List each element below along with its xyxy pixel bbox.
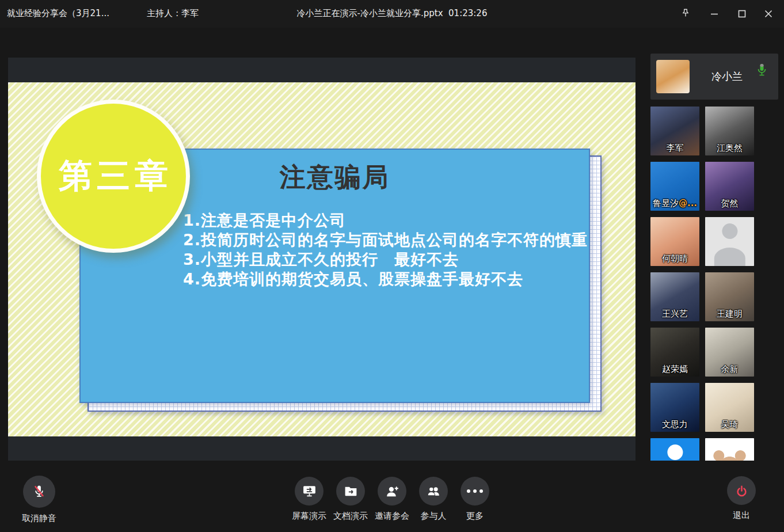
- center-button-group: 屏幕演示 文档演示 邀请参会: [288, 477, 496, 522]
- screen-share-button[interactable]: 屏幕演示: [288, 477, 330, 522]
- close-button[interactable]: [761, 6, 776, 21]
- chapter-badge-text: 第三章: [54, 154, 173, 199]
- participant-tile[interactable]: 何朝晴: [650, 217, 699, 266]
- slide-point: 4.免费培训的期货交易员、股票操盘手最好不去: [183, 269, 588, 289]
- participant-name-suffix: @...: [679, 198, 697, 208]
- host-label: 主持人：李军: [147, 8, 199, 19]
- chapter-badge: 第三章: [37, 100, 190, 253]
- meeting-title: 就业经验分享会（3月21...: [7, 8, 109, 19]
- meeting-timer: 01:23:26: [448, 8, 487, 18]
- participant-name: 贺然: [705, 198, 754, 209]
- participant-tile[interactable]: 江奥然: [705, 107, 754, 155]
- pin-icon[interactable]: [678, 6, 693, 21]
- presenting-title: 冷小兰正在演示-冷小兰就业分享.pptx 01:23:26: [0, 8, 784, 19]
- power-icon: [727, 476, 756, 505]
- participant-name: 文思力: [650, 419, 699, 430]
- exit-label: 退出: [733, 510, 750, 521]
- participant-tile[interactable]: 刘思思: [705, 217, 754, 266]
- unmute-button[interactable]: 取消静音: [20, 476, 59, 524]
- participant-tile[interactable]: 王兴艺: [650, 272, 699, 321]
- unmute-label: 取消静音: [22, 513, 56, 524]
- slide-point: 3.小型并且成立不久的投行 最好不去: [183, 250, 588, 269]
- screen-share-icon: [295, 477, 324, 506]
- slide-canvas: 注意骗局 1.注意是否是中介公司2.投简历时公司的名字与面试地点公司的名字不符的…: [8, 82, 635, 436]
- participant-tile[interactable]: 文思力: [650, 383, 699, 432]
- slide-points: 1.注意是否是中介公司2.投简历时公司的名字与面试地点公司的名字不符的慎重3.小…: [183, 211, 588, 289]
- more-dots-icon: [460, 477, 489, 506]
- presentation-stage: 注意骗局 1.注意是否是中介公司2.投简历时公司的名字与面试地点公司的名字不符的…: [8, 58, 635, 461]
- invite-person-icon: [378, 477, 406, 506]
- participant-name: 王兴艺: [650, 309, 699, 320]
- maximize-button[interactable]: [734, 6, 749, 21]
- participant-name: 吴琦: [705, 419, 754, 430]
- doc-share-button[interactable]: 文档演示: [330, 477, 371, 522]
- more-button[interactable]: 更多: [454, 477, 496, 522]
- minimize-button[interactable]: [707, 6, 722, 21]
- participant-name: 李军: [650, 143, 699, 154]
- attendees-button[interactable]: 参与人: [413, 477, 454, 522]
- doc-share-label: 文档演示: [333, 511, 368, 522]
- attendees-label: 参与人: [421, 511, 447, 522]
- participant-name: 鲁昱汐@...: [650, 198, 699, 209]
- participant-tile[interactable]: 吴琦: [705, 383, 754, 432]
- people-icon: [419, 477, 448, 506]
- more-label: 更多: [466, 511, 484, 522]
- participant-name: 赵荣嫣: [650, 364, 699, 375]
- mic-muted-icon: [23, 476, 55, 508]
- speaker-avatar: [656, 60, 690, 93]
- participant-tile[interactable]: 李军: [650, 107, 699, 155]
- speaker-name: 冷小兰: [695, 54, 759, 100]
- participant-tile[interactable]: 余新: [705, 328, 754, 377]
- bottom-control-bar: 取消静音 屏幕演示 文档演示: [0, 461, 784, 532]
- slide-point: 2.投简历时公司的名字与面试地点公司的名字不符的慎重: [183, 230, 588, 250]
- participant-grid: 李军江奥然鲁昱汐@...贺然何朝晴刘思思王兴艺王建明赵荣嫣余新文思力吴琦: [650, 107, 755, 471]
- exit-button[interactable]: 退出: [726, 476, 756, 521]
- participant-name: 余新: [705, 364, 754, 375]
- meeting-app-window: { "titlebar": { "meeting_title": "就业经验分享…: [0, 0, 784, 532]
- invite-button[interactable]: 邀请参会: [371, 477, 413, 522]
- mic-active-icon: [757, 63, 767, 81]
- slide-point: 1.注意是否是中介公司: [183, 211, 588, 230]
- participant-name: 刘思思: [705, 253, 754, 264]
- participant-name: 王建明: [705, 309, 754, 320]
- participant-tile[interactable]: 王建明: [705, 272, 754, 321]
- participant-name: 何朝晴: [650, 253, 699, 264]
- participant-tile[interactable]: 贺然: [705, 162, 754, 211]
- presenting-text: 冷小兰正在演示-冷小兰就业分享.pptx: [297, 8, 443, 18]
- active-speaker-tile[interactable]: 冷小兰: [650, 54, 778, 100]
- titlebar: 就业经验分享会（3月21... 主持人：李军 冷小兰正在演示-冷小兰就业分享.p…: [0, 0, 784, 28]
- invite-label: 邀请参会: [375, 511, 409, 522]
- doc-share-icon: [336, 477, 365, 506]
- participant-tile[interactable]: 鲁昱汐@...: [650, 162, 699, 211]
- screen-share-label: 屏幕演示: [292, 511, 326, 522]
- participant-tile[interactable]: 赵荣嫣: [650, 328, 699, 377]
- participant-name: 江奥然: [705, 143, 754, 154]
